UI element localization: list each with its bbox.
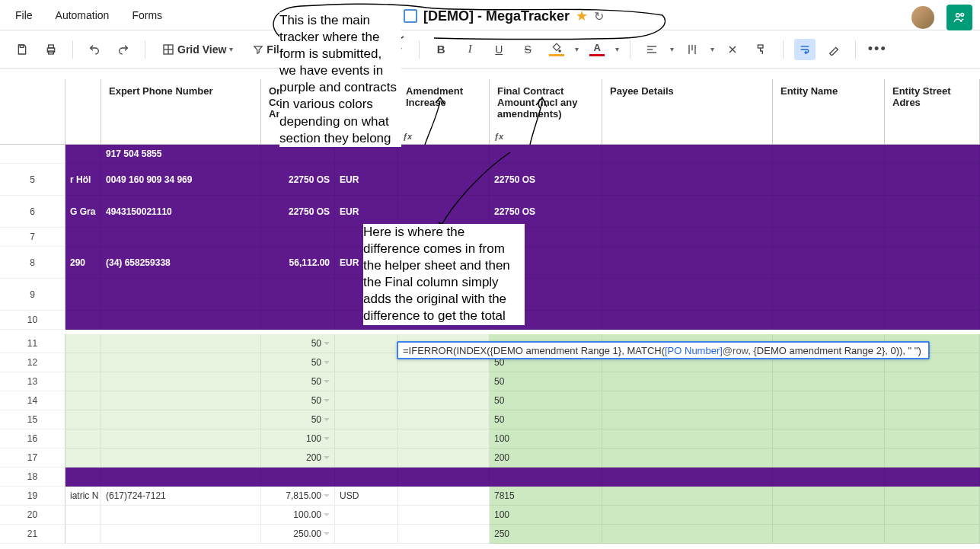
cell[interactable] — [773, 311, 885, 330]
cell[interactable] — [398, 372, 490, 391]
chevron-down-icon[interactable]: ▾ — [575, 45, 579, 53]
cell[interactable] — [885, 410, 980, 429]
cell[interactable] — [602, 429, 773, 448]
cell[interactable] — [398, 487, 490, 506]
row-number[interactable]: 10 — [0, 311, 65, 330]
cell[interactable] — [101, 391, 261, 410]
chevron-down-icon[interactable]: ▾ — [670, 45, 674, 53]
cell[interactable] — [602, 525, 773, 544]
row-number[interactable]: 19 — [0, 487, 65, 506]
cell[interactable]: 200 — [261, 448, 335, 468]
cell[interactable]: r Höl — [65, 164, 101, 196]
table-row[interactable]: 10 — [0, 311, 980, 330]
favorite-star-icon[interactable]: ★ — [576, 8, 588, 24]
cell[interactable]: 250 — [490, 525, 602, 544]
menu-file[interactable]: File — [15, 9, 33, 21]
row-number[interactable]: 20 — [0, 506, 65, 525]
cell[interactable]: 917 504 5855 — [101, 145, 261, 164]
cell[interactable] — [490, 228, 602, 247]
cell[interactable] — [602, 487, 773, 506]
cell[interactable] — [101, 372, 261, 391]
align-vertical-button[interactable] — [682, 39, 703, 60]
cell[interactable] — [335, 468, 398, 487]
table-row[interactable]: 145050 — [0, 391, 980, 410]
cell[interactable] — [490, 311, 602, 330]
cell[interactable]: 12 — [490, 247, 602, 279]
table-row[interactable]: 19iatric N(617)724-71217,815.00USD7815 — [0, 487, 980, 506]
cell[interactable]: EUR — [335, 196, 398, 228]
table-row[interactable]: 20100.00100 — [0, 506, 980, 525]
cell[interactable]: 50 — [490, 372, 602, 391]
cell[interactable] — [490, 279, 602, 311]
cell[interactable]: 290 — [65, 247, 101, 279]
cell[interactable] — [602, 145, 773, 164]
cell[interactable] — [65, 279, 101, 311]
cell[interactable]: EUR — [335, 247, 398, 279]
cell[interactable] — [101, 353, 261, 372]
sheet-title[interactable]: [DEMO] - MegaTracker — [423, 8, 570, 24]
cell[interactable] — [602, 468, 773, 487]
cell[interactable] — [261, 145, 335, 164]
cell[interactable] — [773, 247, 885, 279]
cell[interactable]: EUR — [335, 164, 398, 196]
cell[interactable] — [261, 468, 335, 487]
cell[interactable]: 100.00 — [261, 506, 335, 525]
cell[interactable] — [773, 164, 885, 196]
cell[interactable] — [261, 228, 335, 247]
cell[interactable]: (34) 658259338 — [101, 247, 261, 279]
cell[interactable] — [398, 506, 490, 525]
cell[interactable] — [773, 196, 885, 228]
cell[interactable] — [602, 410, 773, 429]
cell[interactable] — [65, 468, 101, 487]
cell[interactable] — [773, 410, 885, 429]
cell[interactable] — [602, 311, 773, 330]
cell[interactable] — [398, 164, 490, 196]
cell[interactable]: 22750 OS — [261, 164, 335, 196]
cell[interactable] — [398, 448, 490, 468]
cell[interactable] — [398, 228, 490, 247]
table-row[interactable]: 917 504 5855 — [0, 145, 980, 164]
row-number[interactable]: 5 — [0, 164, 65, 196]
cell[interactable] — [885, 145, 980, 164]
cell[interactable] — [261, 311, 335, 330]
cell[interactable] — [885, 448, 980, 468]
cell[interactable] — [398, 391, 490, 410]
font-size-selector[interactable]: 10 ▾ — [371, 40, 408, 59]
cell[interactable]: 22750 OS — [490, 196, 602, 228]
cell[interactable] — [398, 247, 490, 279]
spreadsheet-grid[interactable]: Expert Phone Number Original Contract Am… — [0, 79, 980, 549]
cell[interactable]: iatric N — [65, 487, 101, 506]
cell[interactable] — [65, 228, 101, 247]
cell[interactable] — [773, 145, 885, 164]
table-row[interactable]: 17200200 — [0, 448, 980, 468]
cell[interactable] — [773, 391, 885, 410]
column-header[interactable]: Final Contract Amount (incl any amendmen… — [490, 79, 602, 144]
cell[interactable] — [773, 506, 885, 525]
cell[interactable] — [335, 391, 398, 410]
share-button[interactable] — [946, 5, 972, 30]
strikethrough-button[interactable]: S — [517, 39, 538, 60]
undo-icon[interactable] — [84, 39, 105, 60]
cell[interactable]: G Gra — [65, 196, 101, 228]
cell[interactable] — [773, 468, 885, 487]
cell[interactable] — [398, 311, 490, 330]
cell[interactable] — [398, 145, 490, 164]
menu-automation[interactable]: Automation — [56, 9, 110, 21]
cell[interactable] — [398, 525, 490, 544]
filter-button[interactable]: Filter — [247, 40, 298, 59]
table-row[interactable]: 155050 — [0, 410, 980, 429]
cell[interactable] — [335, 448, 398, 468]
cell[interactable] — [335, 410, 398, 429]
cell[interactable] — [398, 468, 490, 487]
cell[interactable] — [101, 228, 261, 247]
format-painter-button[interactable] — [751, 39, 772, 60]
cell[interactable]: (617)724-7121 — [101, 487, 261, 506]
cell[interactable] — [65, 448, 101, 468]
cell[interactable]: 56,112.00 — [261, 247, 335, 279]
cell[interactable] — [335, 372, 398, 391]
column-header[interactable]: Expert Phone Number — [101, 79, 261, 144]
row-number[interactable]: 6 — [0, 196, 65, 228]
cell[interactable]: 250.00 — [261, 525, 335, 544]
cell[interactable] — [65, 525, 101, 544]
row-number[interactable]: 8 — [0, 247, 65, 279]
